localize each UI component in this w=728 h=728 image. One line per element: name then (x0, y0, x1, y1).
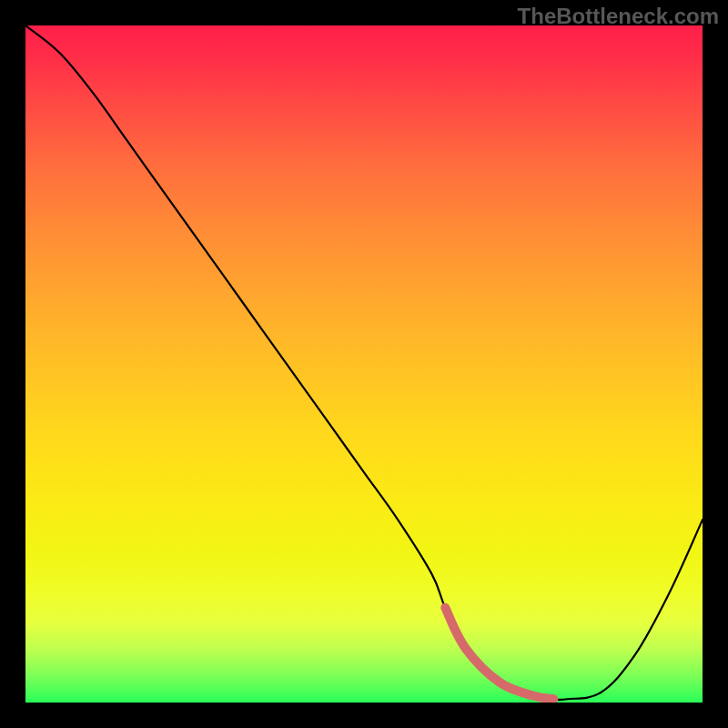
watermark-text: TheBottleneck.com (518, 4, 719, 29)
plot-area (25, 25, 703, 703)
chart-container: TheBottleneck.com (0, 0, 728, 728)
chart-svg (25, 25, 703, 703)
bottleneck-curve-path (25, 25, 703, 700)
highlight-range-path (445, 608, 553, 699)
